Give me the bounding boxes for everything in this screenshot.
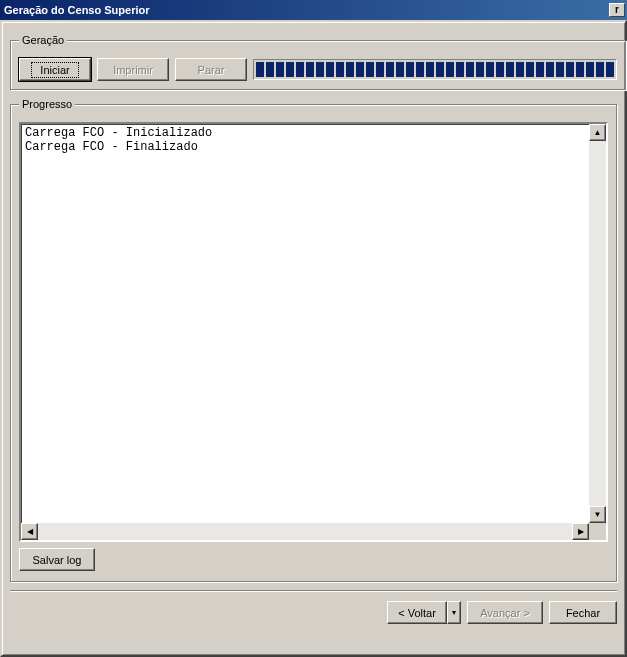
- progress-segment: [606, 62, 614, 77]
- title-bar: Geração do Censo Superior r: [0, 0, 627, 20]
- scroll-up-icon[interactable]: ▲: [589, 124, 606, 141]
- progress-segment: [426, 62, 434, 77]
- avancar-button[interactable]: Avançar >: [467, 601, 543, 624]
- progress-segment: [486, 62, 494, 77]
- progress-segment: [276, 62, 284, 77]
- progress-segment: [456, 62, 464, 77]
- progress-segment: [496, 62, 504, 77]
- progress-segment: [296, 62, 304, 77]
- window-title: Geração do Censo Superior: [4, 4, 609, 16]
- geracao-row: Iniciar Imprimir Parar: [19, 58, 617, 81]
- close-icon[interactable]: r: [609, 3, 625, 17]
- salvar-log-button[interactable]: Salvar log: [19, 548, 95, 571]
- progress-segment: [586, 62, 594, 77]
- fechar-button[interactable]: Fechar: [549, 601, 617, 624]
- scroll-corner: [589, 523, 606, 540]
- progress-segment: [326, 62, 334, 77]
- progress-segment: [476, 62, 484, 77]
- progress-segment: [266, 62, 274, 77]
- progress-segment: [366, 62, 374, 77]
- chevron-down-icon: ▾: [452, 608, 456, 617]
- progress-segment: [406, 62, 414, 77]
- progress-segment: [356, 62, 364, 77]
- progress-segment: [556, 62, 564, 77]
- scroll-track-horizontal[interactable]: [38, 523, 572, 540]
- geracao-group: Geração Iniciar Imprimir Parar: [10, 34, 626, 90]
- progress-segment: [436, 62, 444, 77]
- footer: < Voltar ▾ Avançar > Fechar: [10, 590, 617, 624]
- progress-segment: [316, 62, 324, 77]
- progress-segment: [506, 62, 514, 77]
- progress-segment: [256, 62, 264, 77]
- imprimir-button[interactable]: Imprimir: [97, 58, 169, 81]
- progress-segment: [396, 62, 404, 77]
- progress-segment: [336, 62, 344, 77]
- progress-segment: [416, 62, 424, 77]
- log-area: Carrega FCO - Inicializado Carrega FCO -…: [19, 122, 608, 542]
- salvar-row: Salvar log: [19, 548, 608, 571]
- scroll-left-icon[interactable]: ◀: [21, 523, 38, 540]
- progress-segment: [596, 62, 604, 77]
- progress-segment: [566, 62, 574, 77]
- parar-button[interactable]: Parar: [175, 58, 247, 81]
- voltar-button[interactable]: < Voltar: [387, 601, 447, 624]
- progress-segment: [516, 62, 524, 77]
- progress-segment: [346, 62, 354, 77]
- progress-bar: [253, 59, 617, 80]
- scroll-track-vertical[interactable]: [589, 141, 606, 506]
- vertical-scrollbar[interactable]: ▲ ▼: [589, 124, 606, 523]
- voltar-dropdown-button[interactable]: ▾: [447, 601, 461, 624]
- geracao-legend: Geração: [19, 34, 67, 46]
- progress-segment: [576, 62, 584, 77]
- progress-segment: [536, 62, 544, 77]
- progress-segment: [446, 62, 454, 77]
- horizontal-scrollbar[interactable]: ◀ ▶: [21, 523, 606, 540]
- progress-segment: [466, 62, 474, 77]
- window-body: Geração Iniciar Imprimir Parar Progresso…: [0, 20, 627, 657]
- scroll-down-icon[interactable]: ▼: [589, 506, 606, 523]
- progress-segment: [526, 62, 534, 77]
- progress-segment: [306, 62, 314, 77]
- progress-segment: [376, 62, 384, 77]
- voltar-split-button: < Voltar ▾: [387, 601, 461, 624]
- scroll-right-icon[interactable]: ▶: [572, 523, 589, 540]
- progresso-legend: Progresso: [19, 98, 75, 110]
- progress-segment: [386, 62, 394, 77]
- iniciar-label: Iniciar: [31, 62, 78, 78]
- iniciar-button[interactable]: Iniciar: [19, 58, 91, 81]
- progresso-group: Progresso Carrega FCO - Inicializado Car…: [10, 98, 617, 582]
- progress-segment: [546, 62, 554, 77]
- log-content[interactable]: Carrega FCO - Inicializado Carrega FCO -…: [21, 124, 606, 540]
- progress-segment: [286, 62, 294, 77]
